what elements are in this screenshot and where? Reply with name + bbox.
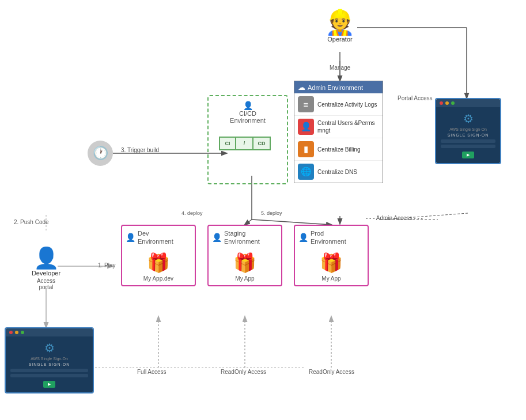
sso-big-logo: ⚙ — [441, 112, 495, 126]
full-access-label: Full Access — [137, 369, 166, 375]
admin-env-header: ☁ Admin Environment — [294, 81, 383, 93]
staging-app-label: My App — [212, 275, 278, 282]
billing-icon: ▮ — [298, 141, 314, 157]
prod-app-icon: 🎁 — [298, 252, 364, 274]
developer: 👤 Developer Access portal — [29, 248, 63, 290]
sso-dot-green — [451, 101, 455, 105]
sso-big-input1 — [441, 139, 495, 143]
dns-text: Centralize DNS — [317, 168, 357, 176]
sso-dot-red-s — [9, 331, 13, 334]
manage-label: Manage — [330, 65, 350, 71]
play-label: 1. Play — [98, 262, 116, 268]
prod-app: 🎁 My App — [295, 248, 368, 285]
readonly2-label: ReadOnly Access — [309, 369, 354, 375]
dev-header: 👤 DevEnvironment — [122, 226, 195, 248]
cicd-environment: 👤 CI/CDEnvironment CI / CD — [207, 95, 288, 184]
deploy5-label: 5. deploy — [261, 210, 282, 216]
sso-big-body: ⚙ AWS Single Sign-On SINGLE SIGN-ON ▶ — [436, 107, 500, 163]
sso-big-title: SINGLE SIGN-ON — [441, 133, 495, 137]
trigger-build-label: 3. Trigger build — [121, 147, 159, 153]
sso-dot-yellow — [445, 101, 449, 105]
cicd-slash: / — [236, 137, 253, 150]
sso-portal-big: ⚙ AWS Single Sign-On SINGLE SIGN-ON ▶ — [435, 98, 501, 164]
cloud-icon: ☁ — [298, 83, 305, 92]
admin-row-billing: ▮ Centralize Billing — [294, 138, 383, 161]
portal-access-label: Portal Access — [398, 95, 433, 101]
admin-env-title: Admin Environment — [308, 84, 363, 91]
prod-environment: 👤 ProdEnvironment 🎁 My App — [294, 225, 369, 286]
staging-app-icon: 🎁 — [212, 252, 278, 274]
prod-label: ProdEnvironment — [311, 229, 346, 246]
readonly1-label: ReadOnly Access — [221, 369, 266, 375]
admin-row-logs: ≡ Centralize Activity Logs — [294, 93, 383, 116]
sso-small-logo-text: AWS Single Sign-On — [10, 356, 88, 361]
admin-environment: ☁ Admin Environment ≡ Centralize Activit… — [294, 81, 383, 183]
svg-line-7 — [245, 220, 252, 225]
diagram: 👷 Operator 👤 Developer Access portal 🕐 ☁… — [0, 0, 526, 420]
dev-app: 🎁 My App.dev — [122, 248, 195, 285]
admin-row-dns: 🌐 Centralize DNS — [294, 161, 383, 183]
sso-small-input1 — [10, 369, 88, 372]
sso-portal-small: ⚙ AWS Single Sign-On SINGLE SIGN-ON ▶ — [5, 327, 94, 393]
operator: 👷 Operator — [320, 10, 360, 43]
staging-label: StagingEnvironment — [224, 229, 260, 246]
logs-text: Centralize Activity Logs — [317, 101, 377, 108]
sso-big-header — [436, 99, 500, 107]
sso-dot-yellow-s — [15, 331, 18, 334]
sso-big-button[interactable]: ▶ — [462, 152, 474, 158]
prod-person-icon: 👤 — [298, 233, 308, 242]
cicd-box: CI — [219, 137, 236, 150]
prod-app-label: My App — [298, 275, 364, 282]
operator-icon: 👷 — [320, 10, 360, 35]
sso-small-button[interactable]: ▶ — [43, 381, 55, 388]
dev-person-icon: 👤 — [126, 233, 135, 242]
sso-small-body: ⚙ AWS Single Sign-On SINGLE SIGN-ON ▶ — [6, 336, 93, 392]
staging-person-icon: 👤 — [212, 233, 222, 242]
cicd-icon: 👤 — [243, 101, 253, 110]
users-icon: 👤 — [298, 119, 314, 135]
dev-label: DevEnvironment — [138, 229, 173, 246]
developer-sub: Access portal — [29, 278, 63, 290]
sso-dot-green-s — [21, 331, 24, 334]
cicd-label: 👤 CI/CDEnvironment — [209, 101, 287, 124]
users-text: Central Users &Perms mngt — [317, 119, 379, 134]
staging-app: 🎁 My App — [209, 248, 281, 285]
sso-small-input2 — [10, 374, 88, 377]
sso-big-input2 — [441, 145, 495, 148]
push-code-label: 2. Push Code — [14, 219, 49, 225]
svg-line-8 — [252, 220, 331, 225]
billing-text: Centralize Billing — [317, 146, 360, 153]
logs-icon: ≡ — [298, 96, 314, 112]
dns-icon: 🌐 — [298, 164, 314, 180]
deploy4-label: 4. deploy — [181, 210, 203, 216]
dev-environment: 👤 DevEnvironment 🎁 My App.dev — [121, 225, 196, 286]
sso-small-title: SINGLE SIGN-ON — [10, 362, 88, 366]
cicd-cd-box: CD — [253, 137, 271, 150]
github-icon: 🕐 — [88, 141, 113, 166]
sso-small-logo: ⚙ — [10, 341, 88, 355]
sso-small-header — [6, 328, 93, 336]
cicd-label-text: CI/CDEnvironment — [209, 110, 287, 124]
prod-header: 👤 ProdEnvironment — [295, 226, 368, 248]
admin-access-label: - - - Admin Access - - - — [366, 215, 423, 221]
developer-icon: 👤 — [29, 248, 63, 268]
sso-dot-red — [440, 101, 443, 105]
staging-header: 👤 StagingEnvironment — [209, 226, 281, 248]
staging-environment: 👤 StagingEnvironment 🎁 My App — [207, 225, 282, 286]
dev-app-icon: 🎁 — [126, 252, 191, 274]
admin-row-users: 👤 Central Users &Perms mngt — [294, 116, 383, 138]
dev-app-label: My App.dev — [126, 275, 191, 282]
sso-big-logo-text: AWS Single Sign-On — [441, 127, 495, 132]
developer-label: Developer — [29, 270, 63, 277]
operator-label: Operator — [320, 36, 360, 43]
